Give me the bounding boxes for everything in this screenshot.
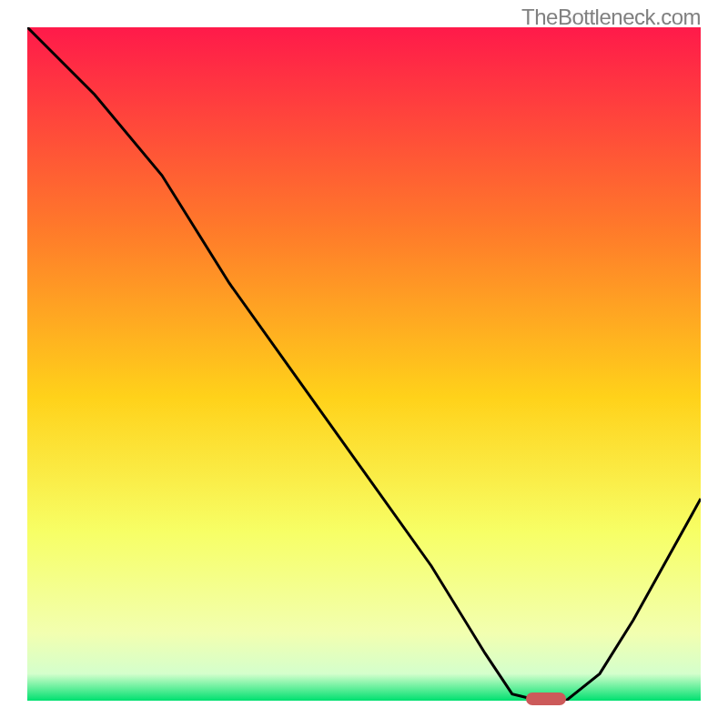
bottleneck-curve xyxy=(27,27,701,701)
plot-area xyxy=(27,27,701,701)
chart-container: TheBottleneck.com xyxy=(0,0,728,728)
attribution-label: TheBottleneck.com xyxy=(521,5,701,30)
optimal-point-marker xyxy=(526,693,566,705)
curve-overlay xyxy=(27,27,701,701)
